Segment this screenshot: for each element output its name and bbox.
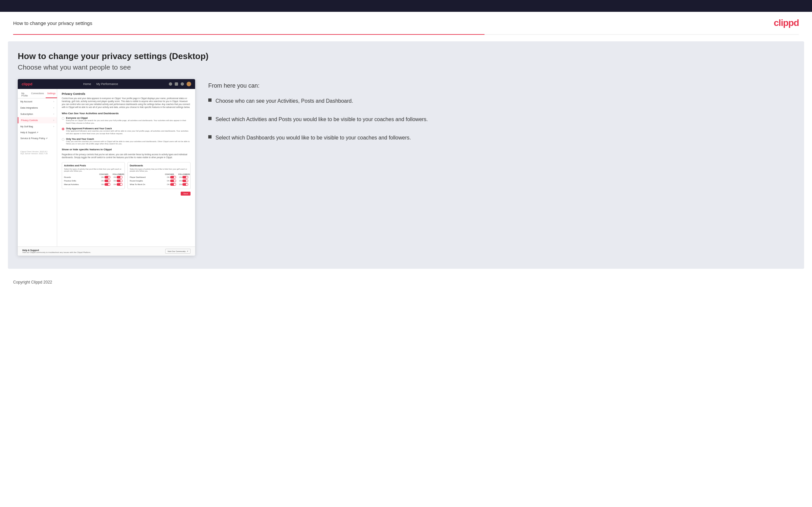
bullet-section: From here you can: Choose who can see yo…: [208, 79, 794, 152]
toggle-row-manual-activities: Manual Activities ON ON: [64, 183, 122, 186]
radio-label-everyone: Everyone on Clippd: [66, 117, 191, 119]
radio-only-coach[interactable]: Only You and Your Coach Only you and the…: [62, 138, 191, 146]
sidebar-item-label: Subscription: [20, 113, 33, 115]
toggle-pill-what-coaches: [170, 183, 176, 186]
toggle-row-practice-drills: Practice Drills ON ON: [64, 179, 122, 182]
toggle-pair-what-to-work-on: ON ON: [167, 183, 188, 186]
col-coaches-dash: COACHES: [164, 173, 174, 175]
toggle-pill-player-dash-followers: [182, 176, 188, 178]
toggle-pill-manual-followers: [117, 183, 122, 186]
toggle-row-round-insights: Round Insights ON ON: [130, 179, 188, 182]
logo: clippd: [774, 18, 799, 28]
chevron-right-icon: ›: [53, 106, 54, 109]
toggle-player-dash-followers[interactable]: ON: [180, 176, 189, 178]
content-row: clippd Home My Performance My Profile: [18, 79, 794, 256]
toggle-pair-manual-activities: ON ON: [101, 183, 122, 186]
app-main-panel: Privacy Controls Control how you and you…: [57, 89, 195, 246]
grid-icon: [175, 82, 178, 86]
sidebar-footer: Clippd Client Version: 2022.8.2 SQL Serv…: [18, 148, 57, 157]
radio-desc-everyone: Everyone on Clippd can search for you an…: [66, 119, 191, 125]
activities-col-headers: COACHES FOLLOWERS: [64, 173, 122, 175]
bullet-marker-1: [208, 99, 211, 102]
save-button[interactable]: Save: [181, 192, 191, 195]
toggle-practice-coaches[interactable]: ON: [101, 179, 110, 182]
app-nav-icons: [169, 82, 191, 86]
toggle-manual-followers[interactable]: ON: [114, 183, 123, 186]
sidebar-item-service-privacy[interactable]: Service & Privacy Policy ↗: [18, 135, 57, 142]
radio-followers-coach[interactable]: Only Approved Followers and Your Coach O…: [62, 127, 191, 135]
top-bar: [0, 0, 812, 12]
toggle-practice-followers[interactable]: ON: [114, 179, 123, 182]
toggle-round-insights-coaches[interactable]: ON: [167, 179, 176, 182]
external-link-icon: ↗: [187, 250, 188, 252]
privacy-controls-desc: Control how you and your data appears to…: [62, 97, 191, 109]
who-can-see-title: Who Can See Your Activities and Dashboar…: [62, 112, 191, 115]
avatar-icon: [187, 82, 191, 86]
toggle-pair-practice-drills: ON ON: [101, 179, 122, 182]
bell-icon: [181, 82, 184, 86]
bullet-marker-2: [208, 117, 211, 120]
toggle-manual-coaches[interactable]: ON: [101, 183, 110, 186]
app-help-content: Help & Support Visit our Clippd communit…: [22, 249, 91, 253]
toggle-label-player-dashboard: Player Dashboard: [130, 176, 146, 178]
tab-my-profile[interactable]: My Profile: [20, 91, 30, 98]
chevron-right-icon: ›: [53, 119, 54, 122]
search-icon: [169, 82, 172, 86]
radio-desc-only-coach: Only you and the coaches you connect wit…: [66, 140, 191, 146]
visit-community-button[interactable]: Visit Our Community ↗: [165, 249, 191, 253]
radio-label-only-coach: Only You and Your Coach: [66, 138, 191, 140]
toggle-pill-what-followers: [182, 183, 188, 186]
dashboards-section: Dashboards Select the types of activity …: [128, 162, 191, 189]
chevron-right-icon: ›: [53, 100, 54, 103]
bullet-text-2: Select which Activities and Posts you wo…: [215, 115, 428, 123]
tab-settings[interactable]: Settings: [46, 91, 57, 98]
activities-section: Activities and Posts Select the types of…: [62, 162, 125, 189]
toggle-what-followers[interactable]: ON: [180, 183, 189, 186]
toggle-pill-round-insights-coaches: [170, 179, 176, 182]
toggle-round-insights-followers[interactable]: ON: [180, 179, 189, 182]
toggle-label-rounds: Rounds: [64, 176, 71, 178]
bullet-text-3: Select which Dashboards you would like t…: [215, 134, 411, 142]
bullet-marker-3: [208, 135, 211, 138]
dashboards-title: Dashboards: [130, 164, 188, 167]
toggle-rounds-followers[interactable]: ON: [114, 176, 123, 178]
activities-desc: Select the types of activity that you'd …: [64, 168, 122, 172]
toggle-label-what-to-work-on: What To Work On: [130, 183, 145, 185]
screenshot-mockup: clippd Home My Performance My Profile: [18, 79, 195, 256]
app-help-desc: Visit our Clippd community to troublesho…: [22, 251, 91, 253]
sidebar-item-privacy-controls[interactable]: Privacy Controls ›: [18, 117, 57, 123]
sidebar-item-label: My Account: [20, 100, 32, 103]
toggle-player-dash-coaches[interactable]: ON: [167, 176, 176, 178]
header: How to change your privacy settings clip…: [0, 12, 812, 34]
app-topbar: clippd Home My Performance: [18, 79, 195, 89]
sidebar-item-my-account[interactable]: My Account ›: [18, 99, 57, 105]
col-followers: FOLLOWERS: [113, 173, 122, 175]
chevron-right-icon: ›: [53, 125, 54, 128]
radio-content-followers-coach: Only Approved Followers and Your Coach O…: [66, 127, 191, 135]
toggle-label-round-insights: Round Insights: [130, 180, 143, 182]
from-here-title: From here you can:: [208, 82, 794, 89]
toggle-row-player-dashboard: Player Dashboard ON ON: [130, 176, 188, 178]
privacy-controls-title: Privacy Controls: [62, 92, 191, 96]
sidebar-item-subscription[interactable]: Subscription ›: [18, 111, 57, 117]
radio-everyone[interactable]: Everyone on Clippd Everyone on Clippd ca…: [62, 117, 191, 125]
app-nav-links: Home My Performance: [83, 82, 118, 86]
toggle-pill-manual-coaches: [104, 183, 110, 186]
app-help-row: Help & Support Visit our Clippd communit…: [18, 246, 195, 256]
app-nav-performance: My Performance: [96, 82, 118, 86]
radio-circle-followers-coach: [62, 128, 64, 130]
page-heading: How to change your privacy settings (Des…: [18, 51, 794, 61]
page-subheading: Choose what you want people to see: [18, 63, 794, 71]
toggle-rounds-coaches[interactable]: ON: [101, 176, 110, 178]
toggle-row-rounds: Rounds ON ON: [64, 176, 122, 178]
sidebar-item-data-integrations[interactable]: Data Integrations ›: [18, 105, 57, 111]
sidebar-item-label: Privacy Controls: [21, 119, 38, 121]
sidebar-item-label: Help & Support ↗: [20, 131, 39, 134]
toggle-what-coaches[interactable]: ON: [167, 183, 176, 186]
app-sidebar: My Profile Connections Settings My Accou…: [18, 89, 57, 246]
toggle-pill-rounds-coaches: [104, 176, 110, 178]
sidebar-item-help-support[interactable]: Help & Support ↗: [18, 130, 57, 135]
show-hide-title: Show or hide specific features in Clippd: [62, 148, 191, 151]
tab-connections[interactable]: Connections: [30, 91, 46, 98]
sidebar-item-my-golf-bag[interactable]: My Golf Bag ›: [18, 123, 57, 130]
